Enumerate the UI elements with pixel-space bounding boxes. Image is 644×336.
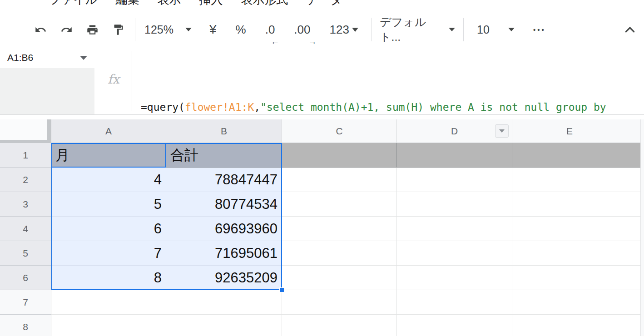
menu-item-data[interactable]: データ bbox=[306, 0, 342, 6]
row-header-3[interactable]: 3 bbox=[0, 192, 51, 217]
cell-A6[interactable]: 8 bbox=[51, 266, 166, 290]
column-header-e[interactable]: E bbox=[512, 119, 627, 143]
select-all-corner[interactable] bbox=[0, 119, 51, 143]
cell-E2[interactable] bbox=[512, 168, 627, 192]
cell-D2[interactable] bbox=[397, 168, 512, 192]
cell-D8[interactable] bbox=[397, 315, 512, 336]
collapse-toolbar-button[interactable] bbox=[624, 24, 636, 35]
row-header-1[interactable]: 1 bbox=[0, 143, 51, 168]
cell-B3[interactable]: 80774534 bbox=[166, 192, 282, 217]
cell-E6[interactable] bbox=[512, 266, 627, 290]
cell-E8[interactable] bbox=[512, 315, 627, 336]
cell-E5[interactable] bbox=[512, 241, 627, 266]
cell-E1[interactable] bbox=[512, 143, 627, 168]
cell-C4[interactable] bbox=[282, 217, 397, 241]
cell-D3[interactable] bbox=[397, 192, 512, 217]
print-icon bbox=[86, 24, 99, 36]
cell-A8[interactable] bbox=[51, 315, 166, 336]
cell-C3[interactable] bbox=[282, 192, 397, 217]
column-header-partial[interactable] bbox=[627, 119, 641, 143]
cell-F3[interactable] bbox=[627, 192, 641, 217]
row-header-4[interactable]: 4 bbox=[0, 217, 51, 241]
cell-D4[interactable] bbox=[397, 217, 512, 241]
cell-B5[interactable]: 71695061 bbox=[166, 241, 282, 266]
column-header-a[interactable]: A bbox=[51, 119, 166, 143]
cell-A2[interactable]: 4 bbox=[51, 168, 166, 192]
column-header-b[interactable]: B bbox=[166, 119, 282, 143]
cell-F1[interactable] bbox=[627, 143, 641, 168]
formula-segment: "select month(A)+1, sum(H) where A is no… bbox=[260, 101, 606, 113]
undo-button[interactable] bbox=[30, 19, 51, 40]
decrease-decimal-label: .0 bbox=[265, 23, 275, 37]
redo-icon bbox=[60, 24, 73, 36]
cell-B1[interactable]: 合計 bbox=[166, 143, 282, 168]
cell-F5[interactable] bbox=[627, 241, 641, 266]
cell-A5[interactable]: 7 bbox=[51, 241, 166, 266]
cell-C8[interactable] bbox=[282, 315, 397, 336]
decrease-decimal-button[interactable]: .0 ← bbox=[263, 19, 277, 40]
cell-B6[interactable]: 92635209 bbox=[166, 266, 282, 290]
more-toolbar-button[interactable]: ••• bbox=[530, 19, 550, 40]
cell-A3[interactable]: 5 bbox=[51, 192, 166, 217]
menu-item-file[interactable]: ファイル bbox=[49, 0, 97, 6]
cell-D6[interactable] bbox=[397, 266, 512, 290]
formula-input[interactable]: =query(flower!A1:K,"select month(A)+1, s… bbox=[132, 47, 644, 114]
cell-A4[interactable]: 6 bbox=[51, 217, 166, 241]
row-header-2[interactable]: 2 bbox=[0, 168, 51, 192]
font-select[interactable]: デフォルト... bbox=[378, 19, 457, 40]
zoom-select[interactable]: 125% bbox=[142, 19, 194, 40]
cell-C5[interactable] bbox=[282, 241, 397, 266]
menu-item-edit[interactable]: 編集 bbox=[115, 0, 139, 6]
cell-E4[interactable] bbox=[512, 217, 627, 241]
menu-item-insert[interactable]: 挿入 bbox=[199, 0, 223, 6]
cell-F4[interactable] bbox=[627, 217, 641, 241]
cell-D5[interactable] bbox=[397, 241, 512, 266]
cell-F6[interactable] bbox=[627, 266, 641, 290]
cell-D1[interactable] bbox=[397, 143, 512, 168]
cell-A1[interactable]: 月 bbox=[51, 143, 166, 168]
toolbar-separator bbox=[371, 18, 372, 41]
cell-C6[interactable] bbox=[282, 266, 397, 290]
table-row: 8 bbox=[0, 315, 641, 336]
redo-button[interactable] bbox=[56, 19, 77, 40]
row-header-8[interactable]: 8 bbox=[0, 315, 51, 336]
format-currency-button[interactable]: ¥ bbox=[208, 19, 218, 40]
cell-B8[interactable] bbox=[166, 315, 282, 336]
column-header-d[interactable]: D bbox=[397, 119, 512, 143]
format-percent-button[interactable]: % bbox=[234, 19, 248, 40]
paint-roller-icon bbox=[112, 24, 124, 36]
more-formats-button[interactable]: 123 bbox=[328, 19, 360, 40]
cell-D7[interactable] bbox=[397, 290, 512, 315]
chevron-down-icon bbox=[80, 56, 87, 60]
cell-B2[interactable]: 78847447 bbox=[166, 168, 282, 192]
print-button[interactable] bbox=[82, 19, 103, 40]
cell-E7[interactable] bbox=[512, 290, 627, 315]
column-dropdown-button[interactable] bbox=[495, 124, 509, 138]
cell-C2[interactable] bbox=[282, 168, 397, 192]
fill-handle[interactable] bbox=[279, 287, 284, 292]
formula-bar: A1:B6 fx =query(flower!A1:K,"select mont… bbox=[0, 47, 644, 115]
menu-item-view[interactable]: 表示 bbox=[157, 0, 181, 6]
cell-C7[interactable] bbox=[282, 290, 397, 315]
increase-decimal-button[interactable]: .00 → bbox=[292, 19, 312, 40]
cell-B7[interactable] bbox=[166, 290, 282, 315]
cell-A7[interactable] bbox=[51, 290, 166, 315]
cell-F2[interactable] bbox=[627, 168, 641, 192]
cell-C1[interactable] bbox=[282, 143, 397, 168]
cell-B4[interactable]: 69693960 bbox=[166, 217, 282, 241]
menu-item-format[interactable]: 表示形式 bbox=[241, 0, 288, 6]
cell-F8[interactable] bbox=[627, 315, 641, 336]
row-header-7[interactable]: 7 bbox=[0, 290, 51, 315]
cell-F7[interactable] bbox=[627, 290, 641, 315]
column-header-label: C bbox=[336, 126, 342, 137]
row-header-6[interactable]: 6 bbox=[0, 266, 51, 290]
font-size-select[interactable]: 10 bbox=[470, 19, 516, 40]
font-name: デフォルト... bbox=[380, 15, 435, 44]
cell-E3[interactable] bbox=[512, 192, 627, 217]
vertical-scrollbar[interactable] bbox=[640, 119, 644, 336]
row-header-5[interactable]: 5 bbox=[0, 241, 51, 266]
paint-format-button[interactable] bbox=[108, 19, 129, 40]
name-box[interactable]: A1:B6 bbox=[0, 47, 94, 68]
chevron-down-icon bbox=[449, 28, 455, 31]
column-header-c[interactable]: C bbox=[282, 119, 397, 143]
